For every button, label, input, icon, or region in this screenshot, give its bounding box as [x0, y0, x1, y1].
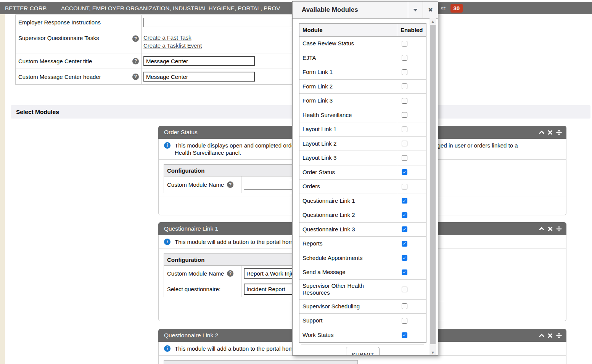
module-enabled-checkbox[interactable]: [402, 98, 407, 104]
message-center-header-input[interactable]: [143, 72, 255, 82]
module-name: Questionnaire Link 1: [299, 194, 397, 208]
close-icon: ✖: [428, 6, 433, 13]
module-row: Layout Link 1: [299, 122, 426, 137]
module-name: Support: [299, 314, 397, 328]
module-name: Orders: [299, 180, 397, 194]
top-bar-categories: ACCOUNT, EMPLOYER ORGANIZATION, INDUSTRI…: [61, 5, 280, 11]
module-enabled-checkbox[interactable]: [402, 155, 407, 161]
module-row: Health Surveillance: [299, 108, 426, 123]
module-row: Questionnaire Link 1: [299, 194, 426, 208]
module-enabled-checkbox[interactable]: [402, 127, 407, 132]
module-name: Send a Message: [299, 265, 397, 279]
collapse-icon[interactable]: [539, 226, 544, 231]
module-enabled-checkbox[interactable]: [402, 83, 407, 89]
submit-button[interactable]: SUBMIT: [346, 347, 380, 356]
configuration-table: Configuration: [164, 360, 358, 364]
move-icon[interactable]: [556, 333, 562, 338]
column-header-module: Module: [299, 24, 397, 36]
collapse-icon[interactable]: [539, 333, 544, 338]
panel-header-actions: [539, 329, 562, 342]
module-enabled-checkbox[interactable]: [402, 241, 407, 247]
move-icon[interactable]: [556, 130, 562, 135]
module-row: Case Review Status: [299, 37, 426, 51]
panel-header-actions: [539, 126, 562, 139]
module-name: Questionnaire Link 3: [299, 223, 397, 237]
module-row: Questionnaire Link 3: [299, 223, 426, 237]
help-icon[interactable]: ?: [132, 58, 139, 64]
form-label-cell: Custom Message Center title ?: [16, 53, 142, 69]
page-left-margin: [0, 14, 5, 364]
dialog-collapse-button[interactable]: [408, 2, 423, 18]
module-name: Order Status: [299, 165, 397, 180]
help-icon[interactable]: ?: [227, 181, 233, 188]
module-row: Work Status: [299, 328, 426, 343]
scrollbar-thumb[interactable]: [430, 25, 436, 344]
section-heading: Select Modules: [16, 109, 59, 115]
module-enabled-checkbox[interactable]: [402, 69, 407, 75]
module-enabled-checkbox[interactable]: [402, 255, 407, 261]
module-name: Questionnaire Link 2: [299, 208, 397, 222]
module-name: Case Review Status: [299, 37, 397, 51]
module-row: Order Status: [299, 165, 426, 180]
module-row: Layout Link 2: [299, 137, 426, 151]
create-fast-task-link[interactable]: Create a Fast Task: [143, 34, 191, 41]
dialog-scrollbar[interactable]: ▲ ▼: [430, 18, 436, 356]
collapse-icon[interactable]: [539, 130, 544, 135]
remove-icon[interactable]: [548, 226, 553, 231]
panel-title: Questionnaire Link 2: [164, 332, 218, 339]
module-name: Layout Link 2: [299, 137, 397, 151]
module-row: Support: [299, 314, 426, 328]
scroll-up-icon[interactable]: ▲: [430, 18, 436, 24]
module-enabled-checkbox[interactable]: [402, 332, 407, 338]
form-label: Custom Message Center header: [18, 74, 101, 80]
dialog-footer: SUBMIT: [301, 344, 424, 356]
modules-table: Module Enabled Case Review Status EJTA F…: [299, 23, 426, 343]
module-enabled-checkbox[interactable]: [402, 112, 407, 118]
move-icon[interactable]: [556, 226, 562, 232]
help-icon[interactable]: ?: [132, 74, 139, 80]
module-row: Supervisor Other Health Resources: [299, 280, 426, 300]
chevron-down-icon: [413, 9, 418, 11]
config-label-cell: Custom Module Name ?: [164, 176, 241, 193]
configuration-header: Configuration: [164, 361, 357, 364]
module-name: Form Link 2: [299, 80, 397, 94]
dialog-header: Available Modules ✖: [293, 2, 438, 19]
module-enabled-checkbox[interactable]: [402, 303, 407, 309]
dialog-close-button[interactable]: ✖: [423, 2, 438, 18]
config-label: Select questionnaire:: [167, 286, 220, 292]
form-label: Supervisor Questionnaire Tasks: [18, 35, 99, 41]
module-enabled-checkbox[interactable]: [402, 226, 407, 232]
config-label: Custom Module Name: [167, 181, 224, 188]
top-bar-counter: st: 30: [441, 4, 463, 13]
create-tasklist-event-link[interactable]: Create a Tasklist Event: [143, 42, 202, 49]
config-label-cell: Select questionnaire:: [164, 281, 241, 297]
module-enabled-checkbox[interactable]: [402, 184, 407, 189]
module-enabled-checkbox[interactable]: [402, 269, 407, 275]
help-icon[interactable]: ?: [227, 270, 233, 277]
module-enabled-checkbox[interactable]: [402, 141, 407, 146]
module-enabled-checkbox[interactable]: [402, 318, 407, 324]
module-enabled-checkbox[interactable]: [402, 169, 407, 175]
module-enabled-checkbox[interactable]: [402, 41, 407, 47]
remove-icon[interactable]: [548, 130, 553, 135]
module-enabled-checkbox[interactable]: [402, 287, 407, 292]
module-name: Layout Link 1: [299, 122, 397, 136]
column-header-enabled: Enabled: [397, 24, 426, 36]
module-name: Schedule Appointments: [299, 251, 397, 265]
module-enabled-checkbox[interactable]: [402, 55, 407, 61]
form-label-cell: Supervisor Questionnaire Tasks ?: [16, 30, 142, 53]
dialog-title: Available Modules: [302, 6, 358, 14]
portal-configuration-page: BETTER CORP. ACCOUNT, EMPLOYER ORGANIZAT…: [0, 0, 592, 364]
help-icon[interactable]: ?: [132, 35, 139, 42]
scroll-down-icon[interactable]: ▼: [430, 350, 436, 356]
remove-icon[interactable]: [548, 333, 553, 338]
module-row: Supervisor Scheduling: [299, 300, 426, 314]
module-name: Form Link 1: [299, 65, 397, 79]
module-enabled-checkbox[interactable]: [402, 212, 407, 218]
module-row: Form Link 2: [299, 80, 426, 94]
message-center-title-input[interactable]: [143, 56, 255, 66]
form-label: Custom Message Center title: [18, 58, 92, 64]
counter-label: st:: [441, 5, 447, 11]
module-enabled-checkbox[interactable]: [402, 198, 407, 204]
module-name: Work Status: [299, 328, 397, 343]
